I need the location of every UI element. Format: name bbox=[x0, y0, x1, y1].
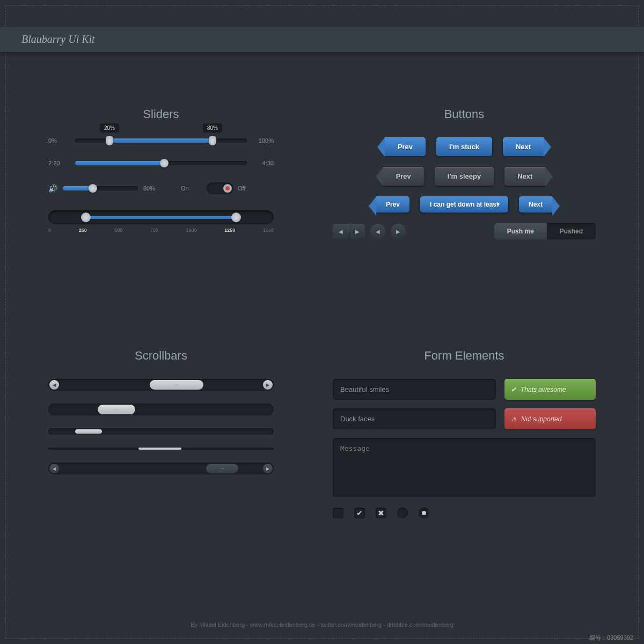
nav-next-circle-icon[interactable]: ▶ bbox=[391, 224, 406, 239]
radio-checked[interactable] bbox=[419, 508, 429, 518]
stuck-button[interactable]: I'm stuck bbox=[436, 137, 492, 156]
scrollbar-5[interactable]: ◀ ⋯ ▶ bbox=[48, 463, 274, 474]
prev-button-small[interactable]: Prev bbox=[376, 196, 409, 213]
prev-button-grey[interactable]: Prev bbox=[383, 167, 424, 186]
progress-track[interactable] bbox=[75, 161, 247, 165]
meta-footer: 编号：03059392 bbox=[0, 634, 644, 642]
scroll-left-icon[interactable]: ◀ bbox=[49, 380, 59, 390]
progress-thumb[interactable] bbox=[160, 159, 169, 167]
checkbox-empty[interactable] bbox=[333, 508, 343, 518]
nav-row: ◀ ▶ ◀ ▶ Push me Pushed bbox=[333, 223, 596, 239]
input-duck[interactable] bbox=[333, 408, 496, 429]
scroll-left-icon[interactable]: ◀ bbox=[49, 464, 59, 473]
meta-id-label: 编号： bbox=[589, 634, 607, 641]
scale-slider[interactable] bbox=[48, 210, 274, 224]
warning-icon: ⚠ bbox=[511, 415, 517, 423]
min-label: 0% bbox=[48, 137, 70, 144]
slider-tooltip-high: 80% bbox=[203, 123, 222, 133]
meta-id: 03059392 bbox=[607, 634, 633, 641]
check-icon: ✔ bbox=[511, 386, 516, 393]
sliders-heading: Sliders bbox=[48, 107, 274, 121]
volume-row: 🔊 80% On Off bbox=[48, 182, 274, 194]
scroll-right-icon[interactable]: ▶ bbox=[263, 464, 273, 473]
scrollbar-thumb[interactable] bbox=[138, 448, 181, 450]
next-button-blue[interactable]: Next bbox=[503, 137, 544, 156]
slider-tooltip-low: 20% bbox=[100, 123, 119, 133]
scrollbars-heading: Scrollbars bbox=[48, 349, 274, 363]
radio-empty[interactable] bbox=[397, 508, 408, 518]
sliders-section: Sliders 0% 20% 80% 100% 2:20 4:30 🔊 80% … bbox=[48, 107, 274, 233]
status-success: ✔ Thats awesome bbox=[504, 379, 596, 400]
pushed-button[interactable]: Pushed bbox=[547, 223, 596, 239]
forms-heading: Form Elements bbox=[333, 349, 596, 363]
dropdown-button[interactable]: I can get down at least bbox=[420, 196, 508, 213]
nav-prev-circle-icon[interactable]: ◀ bbox=[370, 224, 385, 239]
toggle-off-label: Off bbox=[238, 185, 259, 192]
volume-thumb[interactable] bbox=[89, 184, 97, 193]
toggle-button-group: Push me Pushed bbox=[494, 223, 596, 239]
max-label: 100% bbox=[252, 137, 274, 144]
nav-next-icon[interactable]: ▶ bbox=[349, 224, 365, 239]
slider-track[interactable]: 20% 80% bbox=[75, 138, 247, 143]
scrollbar-4[interactable] bbox=[48, 448, 274, 450]
next-button-grey[interactable]: Next bbox=[504, 167, 545, 186]
toggle-knob bbox=[223, 184, 232, 193]
buttons-section: Buttons Prev I'm stuck Next Prev I'm sle… bbox=[333, 107, 596, 239]
credits-footer: By Mikael Eidenberg - www.mikaeleidenber… bbox=[0, 621, 644, 628]
scrollbar-1[interactable]: ◀ ⋯ ▶ bbox=[48, 379, 274, 391]
status-text: Thats awesome bbox=[521, 386, 566, 393]
range-slider-percent: 0% 20% 80% 100% bbox=[48, 137, 274, 144]
scale-thumb-high[interactable] bbox=[231, 213, 241, 222]
end-time: 4:30 bbox=[252, 160, 274, 166]
kit-title-banner: Blaubarry Ui Kit bbox=[0, 27, 644, 52]
forms-section: Form Elements ✔ Thats awesome ⚠ Not supp… bbox=[333, 349, 596, 518]
slider-thumb-low[interactable] bbox=[106, 136, 113, 145]
nav-prev-icon[interactable]: ◀ bbox=[333, 224, 349, 239]
status-error: ⚠ Not supported bbox=[504, 408, 596, 429]
scrollbar-thumb[interactable]: ⋯ bbox=[98, 405, 135, 414]
scale-thumb-low[interactable] bbox=[81, 213, 91, 222]
nav-pair-square: ◀ ▶ bbox=[333, 224, 365, 239]
scale-slider-wrap: 0 250 500 750 1000 1250 1500 bbox=[48, 210, 274, 233]
kit-title: Blaubarry Ui Kit bbox=[21, 33, 95, 45]
speaker-icon: 🔊 bbox=[48, 184, 57, 193]
scrollbar-thumb[interactable]: ⋯ bbox=[206, 464, 238, 473]
input-smiles[interactable] bbox=[333, 379, 496, 400]
message-textarea[interactable] bbox=[333, 438, 596, 497]
next-button-small[interactable]: Next bbox=[519, 196, 552, 213]
volume-value: 80% bbox=[143, 185, 165, 192]
status-text: Not supported bbox=[521, 415, 561, 423]
scrollbar-2[interactable]: ⋯ bbox=[48, 404, 274, 415]
toggle-on-label: On bbox=[181, 185, 202, 192]
scale-ticks: 0 250 500 750 1000 1250 1500 bbox=[48, 228, 274, 233]
scrollbar-thumb[interactable] bbox=[75, 429, 102, 434]
checkbox-checked[interactable]: ✔ bbox=[354, 508, 365, 518]
sleepy-button[interactable]: I'm sleepy bbox=[435, 167, 494, 186]
scroll-right-icon[interactable]: ▶ bbox=[263, 380, 273, 390]
start-time: 2:20 bbox=[48, 160, 70, 166]
volume-track[interactable] bbox=[63, 186, 138, 191]
buttons-heading: Buttons bbox=[333, 107, 596, 121]
push-me-button[interactable]: Push me bbox=[494, 223, 547, 239]
stitch-border bbox=[5, 5, 639, 639]
slider-thumb-high[interactable] bbox=[209, 136, 216, 145]
scrollbars-section: Scrollbars ◀ ⋯ ▶ ⋯ ◀ ⋯ ▶ bbox=[48, 349, 274, 487]
prev-button-blue[interactable]: Prev bbox=[385, 137, 426, 156]
scrollbar-thumb[interactable]: ⋯ bbox=[150, 380, 203, 390]
checkbox-cross[interactable]: ✖ bbox=[376, 508, 386, 518]
scrollbar-3[interactable] bbox=[48, 428, 274, 435]
progress-slider: 2:20 4:30 bbox=[48, 160, 274, 166]
toggle-switch[interactable] bbox=[207, 182, 233, 194]
